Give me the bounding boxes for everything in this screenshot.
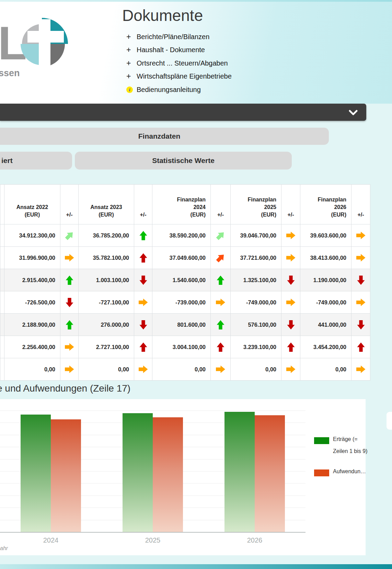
header-row: Ansatz 2022(EUR)+/-Ansatz 2023(EUR)+/-Fi… bbox=[0, 185, 370, 224]
trend-cell bbox=[351, 336, 370, 358]
trend-ne-arrow-icon bbox=[214, 229, 227, 242]
trend-cell bbox=[134, 224, 152, 247]
trend-right-arrow-icon bbox=[286, 253, 296, 263]
value-cell: 576.100,00 bbox=[231, 314, 281, 336]
value-cell: -749.000,00 bbox=[231, 291, 281, 314]
table-row: -726.500,00-727.100,00-739.000,00-749.00… bbox=[0, 291, 370, 314]
trend-cell bbox=[60, 247, 79, 269]
tab-left-clipped[interactable]: iert bbox=[0, 152, 72, 170]
column-header: Finanzplan2024(EUR) bbox=[152, 185, 211, 224]
value-cell: 37.049.600,00 bbox=[152, 247, 211, 269]
plus-icon: + bbox=[126, 59, 137, 68]
trend-ne-arrow-icon bbox=[214, 251, 227, 264]
trend-down-arrow-icon bbox=[286, 320, 296, 329]
trend-cell bbox=[134, 291, 152, 314]
collapse-bar[interactable] bbox=[0, 104, 366, 121]
trend-cell bbox=[351, 291, 370, 314]
menu-item[interactable]: +Ortsrecht ... Steuern/Abgaben bbox=[126, 57, 232, 70]
trend-up-arrow-icon bbox=[139, 231, 148, 240]
trend-cell bbox=[60, 358, 79, 381]
chevron-down-icon[interactable] bbox=[349, 109, 358, 116]
tab-statistische-werte-label: Statistische Werte bbox=[152, 156, 215, 165]
legend-swatch bbox=[314, 437, 329, 444]
value-cell: 35.782.100,00 bbox=[79, 247, 134, 269]
trend-up-arrow-icon bbox=[286, 342, 296, 352]
x-axis-label: 2025 bbox=[132, 536, 173, 544]
menu-item[interactable]: +Wirtschaftspläne Eigenbetriebe bbox=[126, 70, 232, 83]
value-cell: 0,00 bbox=[4, 358, 60, 381]
trend-up-arrow-icon bbox=[65, 320, 74, 329]
trend-cell bbox=[60, 291, 79, 314]
finance-table-header: Ansatz 2022(EUR)+/-Ansatz 2023(EUR)+/-Fi… bbox=[0, 185, 370, 224]
trend-cell bbox=[134, 247, 152, 269]
logo-subtext: ssen bbox=[0, 68, 20, 79]
menu-item-label: Haushalt - Dokumente bbox=[137, 46, 205, 54]
trend-up-arrow-icon bbox=[356, 342, 366, 352]
column-header: Ansatz 2023(EUR) bbox=[79, 185, 134, 224]
scroll-corner-button[interactable] bbox=[387, 412, 392, 430]
trend-cell bbox=[281, 269, 300, 291]
trend-right-arrow-icon bbox=[286, 231, 296, 240]
plus-minus-column-header: +/- bbox=[134, 185, 152, 224]
chart-title: e und Aufwendungen (Zeile 17) bbox=[0, 383, 247, 397]
trend-right-arrow-icon bbox=[216, 298, 225, 307]
trend-up-arrow-icon bbox=[216, 276, 225, 285]
value-cell: -749.000,00 bbox=[300, 291, 351, 314]
trend-right-arrow-icon bbox=[65, 365, 74, 374]
menu-item-label: Ortsrecht ... Steuern/Abgaben bbox=[137, 59, 228, 67]
table-row: 31.996.900,0035.782.100,0037.049.600,003… bbox=[0, 247, 370, 269]
trend-right-arrow-icon bbox=[139, 298, 148, 307]
trend-cell bbox=[211, 314, 231, 336]
menu-item[interactable]: iBedienungsanleitung bbox=[126, 83, 232, 96]
x-axis-line bbox=[0, 532, 305, 533]
trend-right-arrow-icon bbox=[216, 365, 225, 374]
plus-icon: + bbox=[126, 32, 137, 42]
trend-right-arrow-icon bbox=[356, 298, 366, 307]
value-cell: 801.600,00 bbox=[152, 314, 211, 336]
chart-title-text: und Aufwendungen (Zeile 17) bbox=[2, 383, 131, 394]
trend-cell bbox=[351, 247, 370, 269]
trend-cell bbox=[134, 314, 152, 336]
trend-down-arrow-icon bbox=[65, 298, 74, 307]
bottom-accent-strip bbox=[0, 564, 392, 569]
logo-plus-icon bbox=[39, 19, 50, 68]
value-cell: -726.500,00 bbox=[4, 291, 60, 314]
plus-icon: + bbox=[126, 72, 137, 81]
trend-right-arrow-icon bbox=[356, 253, 366, 263]
tab-statistische-werte[interactable]: Statistische Werte bbox=[75, 152, 292, 170]
menu-item[interactable]: +Berichte/Pläne/Bilanzen bbox=[126, 30, 232, 44]
trend-cell bbox=[60, 314, 79, 336]
trend-cell bbox=[60, 269, 79, 291]
trend-up-arrow-icon bbox=[216, 320, 225, 329]
menu-item[interactable]: +Haushalt - Dokumente bbox=[126, 44, 232, 57]
trend-cell bbox=[351, 269, 370, 291]
trend-up-arrow-icon bbox=[139, 342, 148, 352]
column-header: Finanzplan2026(EUR) bbox=[300, 185, 351, 224]
value-cell: 39.603.600,00 bbox=[300, 224, 351, 247]
header: L ssen Dokumente +Berichte/Pläne/Bilanze… bbox=[0, 0, 392, 104]
trend-ne-arrow-icon bbox=[63, 229, 76, 242]
value-cell: 31.996.900,00 bbox=[4, 247, 60, 269]
plus-minus-column-header: +/- bbox=[281, 185, 300, 224]
plus-minus-column-header: +/- bbox=[211, 185, 231, 224]
trend-up-arrow-icon bbox=[216, 342, 225, 352]
trend-right-arrow-icon bbox=[356, 365, 366, 374]
value-cell: 1.325.100,00 bbox=[231, 269, 281, 291]
row-label-cell-clipped bbox=[0, 336, 4, 358]
trend-up-arrow-icon bbox=[139, 253, 148, 263]
value-cell: 1.540.600,00 bbox=[152, 269, 211, 291]
column-header: Ansatz 2022(EUR) bbox=[4, 185, 60, 224]
trend-cell bbox=[60, 336, 79, 358]
tab-finanzdaten[interactable]: Finanzdaten bbox=[0, 128, 329, 145]
value-cell: 0,00 bbox=[79, 358, 134, 381]
gridline bbox=[0, 410, 305, 411]
value-cell: 36.785.200,00 bbox=[79, 224, 134, 247]
value-cell: 2.256.400,00 bbox=[4, 336, 60, 358]
logo-plus-icon bbox=[27, 31, 64, 43]
info-icon: i bbox=[126, 86, 133, 93]
row-label-cell-clipped bbox=[0, 358, 4, 381]
trend-down-arrow-icon bbox=[356, 276, 366, 285]
top-accent-strip bbox=[0, 0, 392, 2]
value-cell: 39.046.700,00 bbox=[231, 224, 281, 247]
finance-table-body: 34.912.300,0036.785.200,0038.590.200,003… bbox=[0, 224, 370, 381]
